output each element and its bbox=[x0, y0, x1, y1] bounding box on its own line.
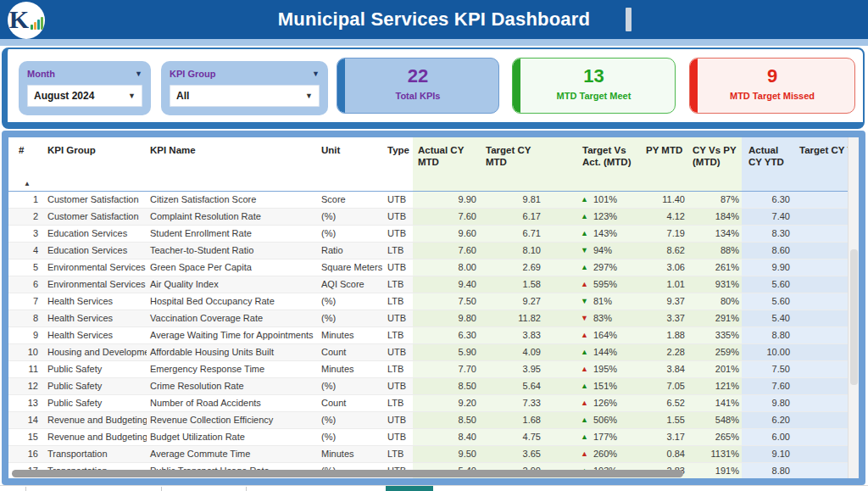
cell-target-mtd: 3.65 bbox=[479, 446, 543, 462]
horizontal-scrollbar-thumb[interactable] bbox=[12, 470, 683, 477]
cell-py-mtd: 1.88 bbox=[641, 327, 687, 343]
mtd-target-missed-label: MTD Target Missed bbox=[690, 91, 854, 101]
cell-type: LTB bbox=[382, 293, 413, 310]
cell-target-mtd: 11.82 bbox=[479, 310, 543, 326]
chevron-down-icon[interactable]: ▼ bbox=[312, 70, 320, 78]
column-header[interactable]: KPI Group bbox=[42, 137, 147, 191]
cell-type: LTB bbox=[382, 327, 413, 343]
column-header[interactable]: Actual CY YTD bbox=[742, 137, 794, 191]
cell-group: Health Services bbox=[42, 310, 147, 326]
dashboard: K Municipal Services KPI Dashboard Month… bbox=[0, 0, 868, 491]
cell-actual-mtd: 9.60 bbox=[413, 226, 479, 242]
column-header[interactable]: Type bbox=[382, 137, 413, 191]
cell-type: LTB bbox=[382, 395, 413, 411]
cell-num: 15 bbox=[8, 429, 42, 445]
cell-num: 3 bbox=[8, 226, 42, 242]
trend-up-icon: ▲ bbox=[581, 450, 588, 458]
cell-actual-mtd: 8.50 bbox=[413, 378, 479, 394]
cell-actual-ytd: 8.30 bbox=[742, 226, 794, 242]
cell-target-mtd: 4.75 bbox=[479, 429, 543, 445]
kpi-group-dropdown[interactable]: All ▼ bbox=[170, 85, 320, 107]
table-row[interactable]: 5Environmental ServicesGreen Space Per C… bbox=[8, 259, 859, 276]
column-header[interactable]: Target Vs Act. (MTD) bbox=[543, 137, 641, 191]
cell-cy-vs-py: 335% bbox=[687, 327, 742, 343]
cell-type: LTB bbox=[382, 276, 413, 293]
cell-name: Vaccination Coverage Rate bbox=[147, 310, 316, 326]
table-row[interactable]: 9Health ServicesAverage Waiting Time for… bbox=[8, 327, 859, 344]
total-kpis-card: 22 Total KPIs bbox=[337, 58, 499, 114]
cell-actual-mtd: 8.50 bbox=[413, 412, 479, 428]
cell-actual-mtd: 9.40 bbox=[413, 276, 479, 293]
cell-actual-mtd: 9.50 bbox=[413, 446, 479, 462]
cell-target-mtd: 9.27 bbox=[479, 293, 543, 310]
cell-target-mtd: 1.58 bbox=[479, 276, 543, 293]
cell-actual-ytd: 8.80 bbox=[742, 463, 794, 478]
cell-py-mtd: 7.19 bbox=[641, 226, 687, 242]
target-vs-actual-value: 260% bbox=[593, 446, 617, 462]
cell-name: Budget Utilization Rate bbox=[147, 429, 316, 445]
kpi-table-panel: ▲ #KPI GroupKPI NameUnitTypeActual CY MT… bbox=[2, 131, 865, 485]
cell-py-mtd: 0.84 bbox=[641, 446, 687, 462]
cell-num: 9 bbox=[8, 327, 42, 343]
cell-target-mtd: 4.09 bbox=[479, 344, 543, 360]
cell-unit: (%) bbox=[316, 226, 382, 242]
column-header[interactable]: CY Vs PY (MTD) bbox=[687, 137, 742, 191]
table-row[interactable]: 2Customer SatisfactionComplaint Resoluti… bbox=[8, 209, 859, 226]
cell-unit: Minutes bbox=[316, 361, 382, 377]
table-row[interactable]: 15Revenue and BudgetingBudget Utilizatio… bbox=[8, 429, 859, 446]
mtd-target-missed-card: 9 MTD Target Missed bbox=[689, 58, 855, 114]
vertical-scrollbar-thumb[interactable] bbox=[850, 249, 858, 385]
column-header[interactable]: PY MTD bbox=[641, 137, 687, 191]
trend-up-icon: ▲ bbox=[581, 196, 588, 204]
month-dropdown[interactable]: August 2024 ▼ bbox=[27, 85, 142, 107]
cell-cy-vs-py: 1131% bbox=[687, 446, 742, 462]
cell-unit: (%) bbox=[316, 293, 382, 310]
trend-up-icon: ▲ bbox=[581, 230, 588, 237]
table-row[interactable]: 1Customer SatisfactionCitizen Satisfacti… bbox=[8, 192, 859, 209]
sort-ascending-icon[interactable]: ▲ bbox=[24, 180, 31, 187]
table-row[interactable]: 16TransportationAverage Commute TimeMinu… bbox=[8, 446, 859, 463]
cell-target-mtd: 8.10 bbox=[479, 243, 543, 259]
cell-target-mtd: 3.83 bbox=[479, 327, 543, 343]
target-vs-actual-cell: ▲297% bbox=[543, 259, 641, 276]
chevron-down-icon[interactable]: ▼ bbox=[135, 70, 142, 78]
column-header[interactable]: Unit bbox=[316, 137, 382, 191]
page-title: Municipal Services KPI Dashboard bbox=[0, 8, 868, 31]
cell-name: Number of Road Accidents bbox=[147, 395, 316, 411]
cell-type: UTB bbox=[382, 192, 413, 208]
table-row[interactable]: 8Health ServicesVaccination Coverage Rat… bbox=[8, 310, 859, 327]
cell-type: LTB bbox=[382, 446, 413, 462]
table-row[interactable]: 12Public SafetyCrime Resolution Rate(%)U… bbox=[8, 378, 859, 395]
column-header[interactable]: KPI Name bbox=[147, 137, 316, 191]
cell-actual-ytd: 7.50 bbox=[742, 361, 794, 377]
cell-cy-vs-py: 191% bbox=[687, 463, 742, 478]
cell-cy-vs-py: 184% bbox=[687, 209, 742, 225]
cell-type: UTB bbox=[382, 310, 413, 326]
cell-name: Complaint Resolution Rate bbox=[147, 209, 316, 225]
cell-py-mtd: 2.28 bbox=[641, 344, 687, 360]
cell-actual-mtd: 8.40 bbox=[413, 429, 479, 445]
vertical-scrollbar[interactable] bbox=[848, 137, 859, 478]
cell-actual-ytd: 10.00 bbox=[742, 344, 794, 360]
cell-type: UTB bbox=[382, 209, 413, 225]
cell-py-mtd: 3.37 bbox=[641, 310, 687, 326]
table-row[interactable]: 6Environmental ServicesAir Quality Index… bbox=[8, 276, 859, 293]
active-page-tab[interactable] bbox=[386, 486, 433, 491]
cell-actual-mtd: 7.50 bbox=[413, 293, 479, 310]
table-row[interactable]: 14Revenue and BudgetingRevenue Collectio… bbox=[8, 412, 859, 429]
tab-divider bbox=[246, 487, 247, 491]
cell-num: 13 bbox=[8, 395, 42, 411]
table-row[interactable]: 3Education ServicesStudent Enrollment Ra… bbox=[8, 226, 859, 243]
cell-py-mtd: 3.84 bbox=[641, 361, 687, 377]
column-header[interactable]: Actual CY MTD bbox=[413, 137, 479, 191]
month-dropdown-value: August 2024 bbox=[34, 90, 94, 102]
cell-unit: (%) bbox=[316, 412, 382, 428]
table-row[interactable]: 4Education ServicesTeacher-to-Student Ra… bbox=[8, 243, 859, 259]
table-row[interactable]: 13Public SafetyNumber of Road AccidentsC… bbox=[8, 395, 859, 412]
table-row[interactable]: 11Public SafetyEmergency Response TimeMi… bbox=[8, 361, 859, 378]
column-header[interactable]: Target CY MTD bbox=[479, 137, 543, 191]
kpi-group-slicer-label: KPI Group bbox=[170, 69, 215, 79]
table-row[interactable]: 7Health ServicesHospital Bed Occupancy R… bbox=[8, 293, 859, 310]
cell-group: Education Services bbox=[42, 226, 147, 242]
table-row[interactable]: 10Housing and DevelopmentAffordable Hous… bbox=[8, 344, 859, 361]
